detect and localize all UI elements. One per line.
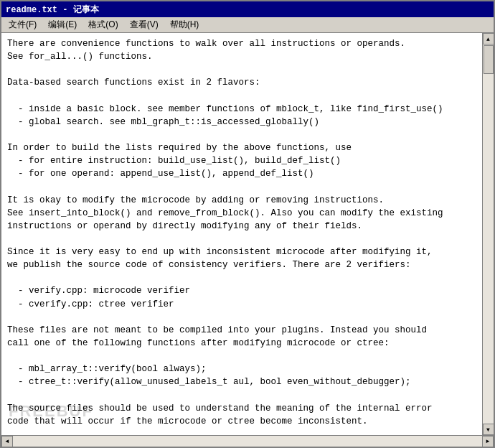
menu-help[interactable]: 帮助(H) xyxy=(166,17,204,32)
menu-file[interactable]: 文件(F) xyxy=(4,17,41,32)
menu-edit[interactable]: 编辑(E) xyxy=(44,17,81,32)
scroll-left-button[interactable]: ◄ xyxy=(1,436,13,447)
horizontal-scrollbar[interactable]: ◄ ► xyxy=(1,435,494,447)
scroll-right-button[interactable]: ► xyxy=(482,436,494,447)
menu-format[interactable]: 格式(O) xyxy=(84,17,122,32)
notepad-window: readme.txt - 记事本 文件(F) 编辑(E) 格式(O) 查看(V)… xyxy=(0,0,495,448)
main-layout: There are convenience functions to walk … xyxy=(1,33,494,435)
scroll-track-h[interactable] xyxy=(13,436,482,447)
scroll-thumb-v[interactable] xyxy=(484,45,494,74)
title-bar: readme.txt - 记事本 xyxy=(1,1,494,17)
scroll-down-button[interactable]: ▼ xyxy=(483,424,494,435)
menu-bar: 文件(F) 编辑(E) 格式(O) 查看(V) 帮助(H) xyxy=(1,17,494,33)
text-content[interactable]: There are convenience functions to walk … xyxy=(7,37,488,435)
scroll-up-button[interactable]: ▲ xyxy=(483,33,494,45)
content-wrapper: There are convenience functions to walk … xyxy=(1,33,494,435)
scroll-track-v[interactable] xyxy=(483,45,494,424)
menu-view[interactable]: 查看(V) xyxy=(126,17,163,32)
window-title: readme.txt - 记事本 xyxy=(6,4,99,16)
vertical-scrollbar[interactable]: ▲ ▼ xyxy=(482,33,494,435)
